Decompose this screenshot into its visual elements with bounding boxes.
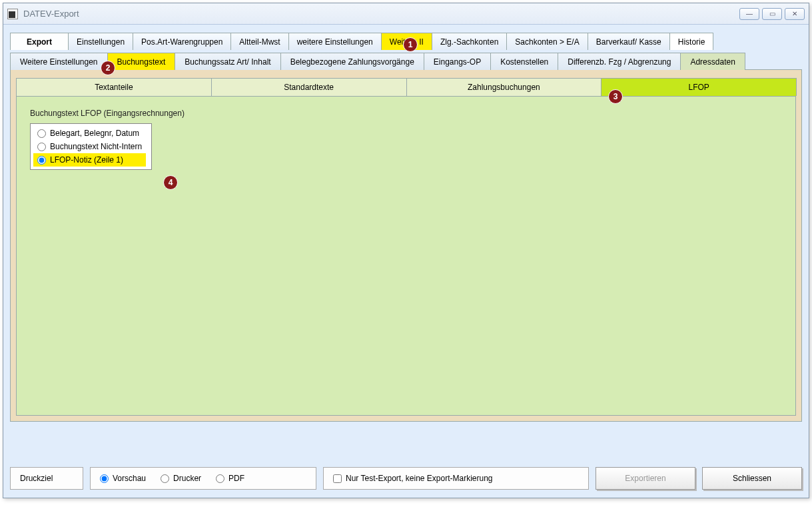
subtab-eingangs-op[interactable]: Eingangs-OP — [424, 53, 491, 70]
test-export-box: Nur Test-Export, keine Export-Markierung — [323, 467, 589, 490]
subtab-adressdaten[interactable]: Adressdaten — [680, 53, 745, 70]
inner-tab-row: Textanteile Standardtexte Zahlungsbuchun… — [16, 78, 796, 96]
tab-posart[interactable]: Pos.Art-Warengruppen — [133, 33, 231, 50]
subtab-belegbezogene[interactable]: Belegbezogene Zahlungsvorgänge — [280, 53, 424, 70]
close-button[interactable]: ✕ — [785, 8, 805, 20]
radio-nicht-intern[interactable]: Buchungstext Nicht-Intern — [33, 140, 146, 153]
druckziel-label-box: Druckziel — [10, 467, 83, 490]
radio-belegart[interactable]: Belegart, Belegnr, Datum — [33, 127, 146, 140]
group-title: Buchungstext LFOP (Eingangsrechnungen) — [30, 109, 782, 118]
bottom-bar: Druckziel Vorschau Drucker PDF Nur Test-… — [10, 467, 802, 490]
subtab-buchungstext[interactable]: Buchungstext — [107, 53, 176, 70]
radio-lfop-notiz-input[interactable] — [37, 156, 46, 165]
checkbox-test-export[interactable]: Nur Test-Export, keine Export-Markierung — [333, 474, 493, 483]
sub-tab-row: Weitere Einstellungen Buchungstext Buchu… — [10, 53, 802, 70]
subtab-buchungssatz[interactable]: Buchungssatz Art/ Inhalt — [175, 53, 280, 70]
innertab-lfop[interactable]: LFOP — [601, 78, 797, 96]
minimize-button[interactable]: — — [739, 8, 759, 20]
badge-4: 4 — [163, 175, 178, 190]
innertab-zahlungsbuchungen[interactable]: Zahlungsbuchungen — [406, 78, 602, 96]
checkbox-test-export-input[interactable] — [333, 474, 342, 483]
tab-weitere-einstellungen[interactable]: weitere Einstellungen — [288, 33, 382, 50]
radio-belegart-label: Belegart, Belegnr, Datum — [50, 129, 139, 138]
radio-pdf-label: PDF — [228, 474, 244, 483]
radio-lfop-notiz[interactable]: LFOP-Notiz (Zeile 1) — [33, 153, 146, 167]
tab-altteil[interactable]: Altteil-Mwst — [230, 33, 288, 50]
badge-3: 3 — [608, 89, 623, 104]
badge-2: 2 — [101, 61, 115, 75]
badge-1: 1 — [403, 37, 418, 52]
sub-area: Textanteile Standardtexte Zahlungsbuchun… — [10, 69, 802, 422]
content-area: Export Einstellungen Pos.Art-Warengruppe… — [3, 25, 809, 428]
radio-lfop-notiz-label: LFOP-Notiz (Zeile 1) — [50, 155, 123, 165]
checkbox-test-export-label: Nur Test-Export, keine Export-Markierung — [346, 474, 493, 483]
maximize-button[interactable]: ▭ — [762, 8, 782, 20]
window-frame: DATEV-Export — ▭ ✕ Export Einstellungen … — [3, 3, 809, 498]
tab-einstellungen[interactable]: Einstellungen — [68, 33, 133, 50]
tab-zlg-sachkonten[interactable]: Zlg.-Sachkonten — [432, 33, 507, 50]
schliessen-button[interactable]: Schliessen — [702, 467, 802, 490]
radio-vorschau-input[interactable] — [100, 474, 109, 483]
app-icon — [7, 9, 18, 19]
radio-drucker-label: Drucker — [173, 474, 201, 483]
radio-belegart-input[interactable] — [37, 129, 46, 138]
radio-drucker-input[interactable] — [161, 474, 169, 483]
radio-pdf-input[interactable] — [216, 474, 224, 483]
radio-nicht-intern-input[interactable] — [37, 143, 46, 151]
tab-export[interactable]: Export — [10, 33, 69, 50]
druckziel-label: Druckziel — [20, 474, 53, 483]
radio-vorschau-label: Vorschau — [113, 474, 146, 483]
radio-vorschau[interactable]: Vorschau — [100, 474, 146, 483]
innertab-textanteile[interactable]: Textanteile — [16, 78, 212, 96]
druckziel-options: Vorschau Drucker PDF — [90, 467, 316, 490]
radio-group: Belegart, Belegnr, Datum Buchungstext Ni… — [30, 123, 152, 170]
exportieren-button[interactable]: Exportieren — [596, 467, 695, 490]
radio-pdf[interactable]: PDF — [216, 474, 244, 483]
tab-sachkonten-ea[interactable]: Sachkonten > E/A — [506, 33, 588, 50]
panel-lfop: Buchungstext LFOP (Eingangsrechnungen) B… — [16, 96, 796, 416]
tab-barverkauf[interactable]: Barverkauf/ Kasse — [588, 33, 670, 50]
subtab-weitere-einstellungen[interactable]: Weitere Einstellungen — [10, 53, 108, 70]
innertab-standardtexte[interactable]: Standardtexte — [211, 78, 407, 96]
radio-nicht-intern-label: Buchungstext Nicht-Intern — [50, 142, 142, 151]
radio-drucker[interactable]: Drucker — [161, 474, 201, 483]
window-title: DATEV-Export — [23, 9, 79, 19]
subtab-kostenstellen[interactable]: Kostenstellen — [490, 53, 558, 70]
tab-historie[interactable]: Historie — [669, 33, 714, 50]
subtab-differenz[interactable]: Differenzb. Fzg / Abgrenzung — [558, 53, 681, 70]
window-controls: — ▭ ✕ — [739, 8, 805, 20]
titlebar: DATEV-Export — ▭ ✕ — [3, 3, 809, 25]
